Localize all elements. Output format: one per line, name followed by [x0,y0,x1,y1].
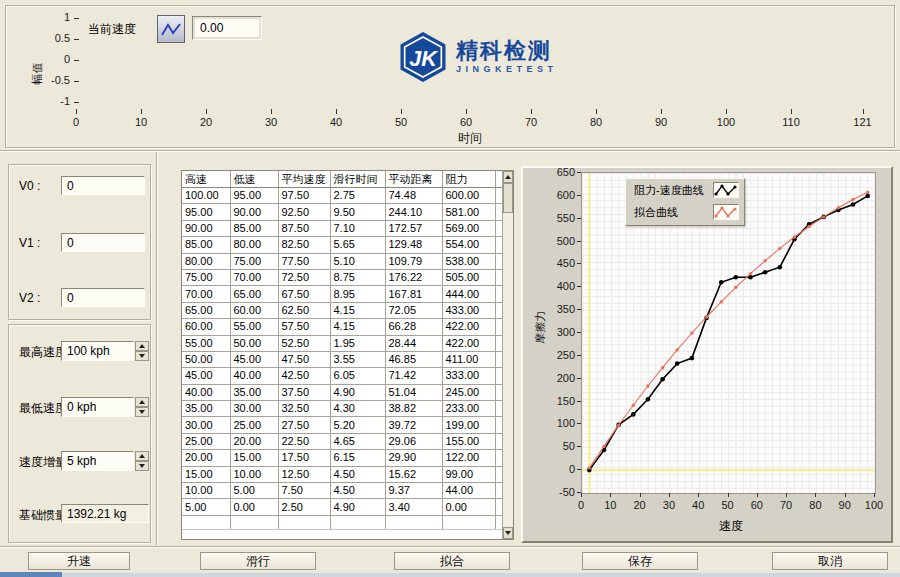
table-cell[interactable]: 433.00 [442,302,495,318]
table-cell[interactable]: 167.81 [385,286,442,302]
table-cell[interactable]: 70.00 [182,286,230,302]
table-cell[interactable]: 50.00 [182,351,230,367]
chart-legend[interactable]: 阻力-速度曲线 拟合曲线 [625,178,745,226]
table-cell[interactable]: 77.50 [278,253,330,269]
table-cell[interactable]: 8.75 [330,269,385,285]
table-cell[interactable]: 4.50 [330,483,385,499]
table-cell[interactable]: 5.65 [330,237,385,253]
table-cell[interactable]: 581.00 [442,204,495,220]
table-cell[interactable]: 4.50 [330,466,385,482]
table-cell[interactable]: 5.00 [230,483,278,499]
table-cell[interactable]: 35.00 [182,401,230,417]
table-cell[interactable]: 15.00 [230,450,278,466]
cancel-button[interactable]: 取消 [772,552,888,570]
table-cell[interactable]: 5.00 [182,499,230,515]
speed-step-increment-button[interactable] [135,451,149,461]
table-cell[interactable]: 172.57 [385,220,442,236]
table-cell[interactable]: 569.00 [442,220,495,236]
table-cell[interactable]: 85.00 [182,237,230,253]
table-cell[interactable]: 505.00 [442,269,495,285]
table-cell[interactable]: 29.90 [385,450,442,466]
table-cell[interactable]: 4.90 [330,384,385,400]
max-speed-input[interactable]: 100 kph [61,341,134,361]
table-cell[interactable]: 70.00 [230,269,278,285]
table-cell[interactable]: 60.00 [230,302,278,318]
table-cell[interactable]: 199.00 [442,417,495,433]
table-cell[interactable]: 3.55 [330,351,385,367]
table-cell[interactable]: 155.00 [442,433,495,449]
table-cell[interactable]: 35.00 [230,384,278,400]
table-cell[interactable]: 80.00 [182,253,230,269]
table-cell[interactable]: 71.42 [385,368,442,384]
table-cell[interactable]: 45.00 [182,368,230,384]
table-cell[interactable]: 444.00 [442,286,495,302]
table-cell[interactable]: 45.00 [230,351,278,367]
table-cell[interactable]: 65.00 [182,302,230,318]
table-cell[interactable]: 90.00 [182,220,230,236]
speed-step-input[interactable]: 5 kph [61,451,134,471]
table-cell[interactable]: 109.79 [385,253,442,269]
table-cell[interactable]: 538.00 [442,253,495,269]
table-cell[interactable]: 74.48 [385,188,442,204]
scroll-down-button[interactable] [503,527,513,539]
table-cell[interactable]: 47.50 [278,351,330,367]
table-cell[interactable]: 0.00 [442,499,495,515]
table-cell[interactable]: 411.00 [442,351,495,367]
table-cell[interactable]: 39.72 [385,417,442,433]
fit-button[interactable]: 拟合 [394,552,510,570]
table-cell[interactable]: 65.00 [230,286,278,302]
table-cell[interactable]: 15.62 [385,466,442,482]
table-cell[interactable]: 20.00 [230,433,278,449]
table-cell[interactable]: 40.00 [182,384,230,400]
table-cell[interactable]: 87.50 [278,220,330,236]
table-cell[interactable]: 95.00 [230,188,278,204]
table-cell[interactable]: 8.95 [330,286,385,302]
table-cell[interactable]: 122.00 [442,450,495,466]
v2-input[interactable]: 0 [61,288,145,307]
vertical-scrollbar[interactable] [502,171,513,539]
table-cell[interactable]: 333.00 [442,368,495,384]
table-cell[interactable]: 129.48 [385,237,442,253]
table-cell[interactable]: 1.95 [330,335,385,351]
v1-input[interactable]: 0 [61,233,145,252]
coast-button[interactable]: 滑行 [200,552,316,570]
table-cell[interactable]: 46.85 [385,351,442,367]
table-cell[interactable]: 4.65 [330,433,385,449]
table-cell[interactable]: 28.44 [385,335,442,351]
table-cell[interactable]: 10.00 [230,466,278,482]
min-speed-input[interactable]: 0 kph [61,397,134,417]
table-cell[interactable]: 82.50 [278,237,330,253]
table-cell[interactable]: 100.00 [182,188,230,204]
scrollbar-thumb[interactable] [503,183,513,213]
table-cell[interactable]: 7.50 [278,483,330,499]
table-cell[interactable]: 6.15 [330,450,385,466]
legend-item-fit[interactable]: 拟合曲线 [626,201,744,223]
legend-item-resistance[interactable]: 阻力-速度曲线 [626,179,744,201]
table-cell[interactable]: 92.50 [278,204,330,220]
table-cell[interactable]: 75.00 [182,269,230,285]
table-cell[interactable]: 75.00 [230,253,278,269]
table-cell[interactable]: 0.00 [230,499,278,515]
table-cell[interactable]: 29.06 [385,433,442,449]
table-cell[interactable]: 176.22 [385,269,442,285]
table-cell[interactable]: 85.00 [230,220,278,236]
table-cell[interactable]: 97.50 [278,188,330,204]
table-cell[interactable]: 7.10 [330,220,385,236]
table-cell[interactable]: 17.50 [278,450,330,466]
speed-step-decrement-button[interactable] [135,461,149,471]
table-cell[interactable]: 42.50 [278,368,330,384]
table-cell[interactable]: 67.50 [278,286,330,302]
table-cell[interactable]: 22.50 [278,433,330,449]
min-speed-increment-button[interactable] [135,397,149,407]
table-cell[interactable]: 50.00 [230,335,278,351]
table-cell[interactable]: 3.40 [385,499,442,515]
table-cell[interactable]: 554.00 [442,237,495,253]
table-cell[interactable]: 4.15 [330,302,385,318]
table-cell[interactable]: 72.50 [278,269,330,285]
table-cell[interactable]: 99.00 [442,466,495,482]
min-speed-decrement-button[interactable] [135,407,149,417]
table-cell[interactable]: 51.04 [385,384,442,400]
table-cell[interactable]: 12.50 [278,466,330,482]
table-cell[interactable]: 4.15 [330,319,385,335]
table-cell[interactable]: 80.00 [230,237,278,253]
